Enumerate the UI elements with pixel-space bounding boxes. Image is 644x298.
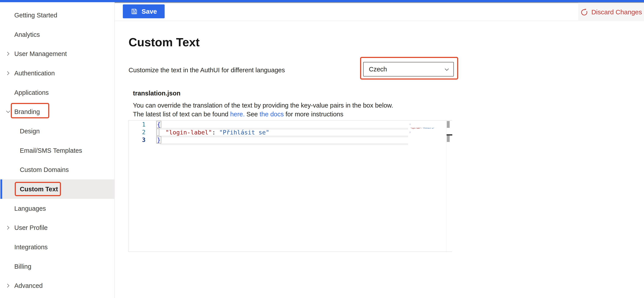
- line-number-3: 3: [135, 136, 146, 143]
- page-subtitle: Customize the text in the AuthUI for dif…: [128, 66, 285, 74]
- translation-json-editor[interactable]: 1 2 3 { } "login-label": "Přihlásit se" …: [128, 120, 452, 252]
- chevron-right-icon[interactable]: [4, 50, 12, 58]
- sidebar-item-custom-domains[interactable]: Custom Domains: [0, 160, 114, 179]
- json-value-token: "Přihlásit se": [219, 129, 270, 136]
- save-icon: [130, 8, 138, 15]
- language-dropdown[interactable]: Czech: [363, 62, 454, 76]
- sidebar-item-languages[interactable]: Languages: [0, 199, 114, 218]
- sidebar-item-branding[interactable]: Branding: [0, 102, 114, 121]
- editor-scrollbar-thumb[interactable]: [447, 121, 450, 128]
- sidebar-item-user-management[interactable]: User Management: [0, 44, 114, 63]
- chevron-right-icon[interactable]: [4, 224, 12, 231]
- chevron-right-icon[interactable]: [4, 69, 12, 77]
- sidebar-item-design[interactable]: Design: [0, 121, 114, 141]
- json-key-token: "login-label": [166, 129, 212, 136]
- editor-scrollbar-thumb-secondary[interactable]: [447, 135, 450, 142]
- sidebar-item-authentication[interactable]: Authentication: [0, 63, 114, 83]
- the-docs-link[interactable]: the docs: [260, 111, 284, 118]
- discard-changes-button[interactable]: Discard Changes: [578, 3, 644, 21]
- here-link[interactable]: here.: [230, 111, 245, 118]
- top-accent-bar: [0, 0, 644, 2]
- editor-scrollbar[interactable]: [446, 120, 452, 251]
- command-bar-top-shadow: [115, 2, 644, 3]
- bracket-highlight-open: {: [156, 121, 161, 128]
- sidebar-nav: Getting Started Analytics User Managemen…: [0, 2, 115, 298]
- app-window: Getting Started Analytics User Managemen…: [0, 0, 644, 298]
- file-label: translation.json: [133, 90, 180, 97]
- command-bar: Save Discard Changes: [115, 2, 644, 21]
- page-title: Custom Text: [128, 35, 200, 49]
- sidebar-item-custom-text[interactable]: Custom Text: [0, 179, 114, 199]
- code-line-2: "login-label": "Přihlásit se": [166, 129, 269, 136]
- discard-refresh-icon: [580, 8, 588, 16]
- language-dropdown-value: Czech: [369, 66, 387, 73]
- save-button-label: Save: [142, 8, 157, 15]
- description-line2-before: The latest list of text can be found: [133, 111, 230, 118]
- description-line2-after: for more instructions: [284, 111, 343, 118]
- chevron-down-icon: [444, 66, 450, 73]
- editor-row-separator: [160, 143, 408, 145]
- description-line1: You can override the translation of the …: [133, 102, 393, 109]
- sidebar-item-integrations[interactable]: Integrations: [0, 237, 114, 257]
- sidebar-item-user-profile[interactable]: User Profile: [0, 218, 114, 237]
- sidebar-item-billing[interactable]: Billing: [0, 257, 114, 276]
- description-line2-middle: See: [245, 111, 260, 118]
- bracket-highlight-close: }: [156, 136, 161, 143]
- sidebar-item-advanced[interactable]: Advanced: [0, 276, 114, 295]
- sidebar-item-getting-started[interactable]: Getting Started: [0, 6, 114, 25]
- editor-minimap: { "login-label": "Přihlásit se" }: [410, 121, 445, 135]
- sidebar-item-applications[interactable]: Applications: [0, 83, 114, 102]
- selected-indicator-bar: [0, 179, 2, 199]
- discard-button-label: Discard Changes: [592, 8, 642, 16]
- line-number-1: 1: [135, 121, 146, 128]
- save-button[interactable]: Save: [123, 5, 165, 18]
- sidebar-item-analytics[interactable]: Analytics: [0, 25, 114, 44]
- chevron-right-icon[interactable]: [4, 282, 12, 289]
- description-line2: The latest list of text can be found her…: [133, 111, 343, 118]
- chevron-down-icon[interactable]: [4, 108, 12, 115]
- json-colon-token: :: [212, 129, 219, 136]
- bracket-guide-box: [156, 128, 159, 136]
- editor-row-separator: [160, 135, 408, 137]
- sidebar-item-email-sms-templates[interactable]: Email/SMS Templates: [0, 141, 114, 160]
- line-number-2: 2: [135, 129, 146, 136]
